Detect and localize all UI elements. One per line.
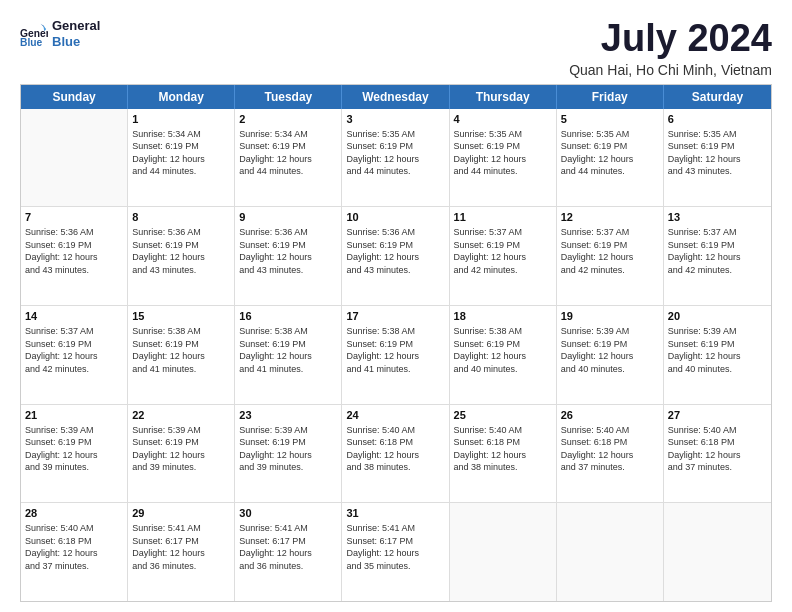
calendar-cell: 7Sunrise: 5:36 AM Sunset: 6:19 PM Daylig…: [21, 207, 128, 305]
calendar-header-cell: Thursday: [450, 85, 557, 109]
day-number: 29: [132, 506, 230, 521]
calendar-cell: 21Sunrise: 5:39 AM Sunset: 6:19 PM Dayli…: [21, 405, 128, 503]
day-info: Sunrise: 5:36 AM Sunset: 6:19 PM Dayligh…: [25, 226, 123, 276]
day-number: 1: [132, 112, 230, 127]
calendar-cell: [21, 109, 128, 207]
calendar-cell: [450, 503, 557, 601]
calendar-cell: 18Sunrise: 5:38 AM Sunset: 6:19 PM Dayli…: [450, 306, 557, 404]
day-info: Sunrise: 5:35 AM Sunset: 6:19 PM Dayligh…: [561, 128, 659, 178]
day-info: Sunrise: 5:36 AM Sunset: 6:19 PM Dayligh…: [132, 226, 230, 276]
day-info: Sunrise: 5:37 AM Sunset: 6:19 PM Dayligh…: [454, 226, 552, 276]
calendar-cell: 19Sunrise: 5:39 AM Sunset: 6:19 PM Dayli…: [557, 306, 664, 404]
calendar-cell: 15Sunrise: 5:38 AM Sunset: 6:19 PM Dayli…: [128, 306, 235, 404]
day-info: Sunrise: 5:41 AM Sunset: 6:17 PM Dayligh…: [132, 522, 230, 572]
day-number: 12: [561, 210, 659, 225]
day-info: Sunrise: 5:39 AM Sunset: 6:19 PM Dayligh…: [239, 424, 337, 474]
day-info: Sunrise: 5:35 AM Sunset: 6:19 PM Dayligh…: [454, 128, 552, 178]
day-number: 10: [346, 210, 444, 225]
day-info: Sunrise: 5:38 AM Sunset: 6:19 PM Dayligh…: [239, 325, 337, 375]
calendar-cell: 4Sunrise: 5:35 AM Sunset: 6:19 PM Daylig…: [450, 109, 557, 207]
calendar-cell: 5Sunrise: 5:35 AM Sunset: 6:19 PM Daylig…: [557, 109, 664, 207]
day-info: Sunrise: 5:40 AM Sunset: 6:18 PM Dayligh…: [668, 424, 767, 474]
day-number: 5: [561, 112, 659, 127]
logo: General Blue General Blue: [20, 18, 100, 49]
day-number: 23: [239, 408, 337, 423]
day-info: Sunrise: 5:39 AM Sunset: 6:19 PM Dayligh…: [25, 424, 123, 474]
day-number: 27: [668, 408, 767, 423]
day-number: 14: [25, 309, 123, 324]
day-info: Sunrise: 5:35 AM Sunset: 6:19 PM Dayligh…: [668, 128, 767, 178]
day-number: 30: [239, 506, 337, 521]
calendar-row: 21Sunrise: 5:39 AM Sunset: 6:19 PM Dayli…: [21, 405, 771, 504]
day-number: 20: [668, 309, 767, 324]
day-info: Sunrise: 5:37 AM Sunset: 6:19 PM Dayligh…: [25, 325, 123, 375]
logo-line1: General: [52, 18, 100, 34]
day-number: 15: [132, 309, 230, 324]
day-info: Sunrise: 5:40 AM Sunset: 6:18 PM Dayligh…: [561, 424, 659, 474]
calendar-cell: 27Sunrise: 5:40 AM Sunset: 6:18 PM Dayli…: [664, 405, 771, 503]
calendar-cell: [557, 503, 664, 601]
calendar-cell: 1Sunrise: 5:34 AM Sunset: 6:19 PM Daylig…: [128, 109, 235, 207]
day-number: 3: [346, 112, 444, 127]
day-number: 28: [25, 506, 123, 521]
day-info: Sunrise: 5:34 AM Sunset: 6:19 PM Dayligh…: [132, 128, 230, 178]
calendar-header-cell: Friday: [557, 85, 664, 109]
subtitle: Quan Hai, Ho Chi Minh, Vietnam: [569, 62, 772, 78]
day-info: Sunrise: 5:40 AM Sunset: 6:18 PM Dayligh…: [25, 522, 123, 572]
day-info: Sunrise: 5:39 AM Sunset: 6:19 PM Dayligh…: [132, 424, 230, 474]
calendar-cell: 28Sunrise: 5:40 AM Sunset: 6:18 PM Dayli…: [21, 503, 128, 601]
calendar-header-cell: Tuesday: [235, 85, 342, 109]
calendar-row: 14Sunrise: 5:37 AM Sunset: 6:19 PM Dayli…: [21, 306, 771, 405]
day-info: Sunrise: 5:41 AM Sunset: 6:17 PM Dayligh…: [239, 522, 337, 572]
day-number: 11: [454, 210, 552, 225]
day-number: 22: [132, 408, 230, 423]
day-info: Sunrise: 5:36 AM Sunset: 6:19 PM Dayligh…: [239, 226, 337, 276]
calendar-cell: 24Sunrise: 5:40 AM Sunset: 6:18 PM Dayli…: [342, 405, 449, 503]
day-info: Sunrise: 5:37 AM Sunset: 6:19 PM Dayligh…: [668, 226, 767, 276]
day-number: 31: [346, 506, 444, 521]
main-title: July 2024: [569, 18, 772, 60]
day-info: Sunrise: 5:38 AM Sunset: 6:19 PM Dayligh…: [132, 325, 230, 375]
calendar-cell: [664, 503, 771, 601]
day-info: Sunrise: 5:40 AM Sunset: 6:18 PM Dayligh…: [346, 424, 444, 474]
calendar-cell: 16Sunrise: 5:38 AM Sunset: 6:19 PM Dayli…: [235, 306, 342, 404]
calendar-cell: 25Sunrise: 5:40 AM Sunset: 6:18 PM Dayli…: [450, 405, 557, 503]
calendar-header-cell: Monday: [128, 85, 235, 109]
day-info: Sunrise: 5:38 AM Sunset: 6:19 PM Dayligh…: [346, 325, 444, 375]
calendar-cell: 29Sunrise: 5:41 AM Sunset: 6:17 PM Dayli…: [128, 503, 235, 601]
calendar-cell: 9Sunrise: 5:36 AM Sunset: 6:19 PM Daylig…: [235, 207, 342, 305]
calendar-cell: 3Sunrise: 5:35 AM Sunset: 6:19 PM Daylig…: [342, 109, 449, 207]
calendar-cell: 26Sunrise: 5:40 AM Sunset: 6:18 PM Dayli…: [557, 405, 664, 503]
day-info: Sunrise: 5:39 AM Sunset: 6:19 PM Dayligh…: [668, 325, 767, 375]
day-number: 21: [25, 408, 123, 423]
calendar-row: 1Sunrise: 5:34 AM Sunset: 6:19 PM Daylig…: [21, 109, 771, 208]
calendar-cell: 6Sunrise: 5:35 AM Sunset: 6:19 PM Daylig…: [664, 109, 771, 207]
day-number: 2: [239, 112, 337, 127]
day-info: Sunrise: 5:36 AM Sunset: 6:19 PM Dayligh…: [346, 226, 444, 276]
calendar-cell: 2Sunrise: 5:34 AM Sunset: 6:19 PM Daylig…: [235, 109, 342, 207]
calendar-row: 7Sunrise: 5:36 AM Sunset: 6:19 PM Daylig…: [21, 207, 771, 306]
day-number: 16: [239, 309, 337, 324]
day-number: 7: [25, 210, 123, 225]
svg-text:Blue: Blue: [20, 37, 43, 48]
day-info: Sunrise: 5:34 AM Sunset: 6:19 PM Dayligh…: [239, 128, 337, 178]
day-info: Sunrise: 5:38 AM Sunset: 6:19 PM Dayligh…: [454, 325, 552, 375]
calendar-cell: 12Sunrise: 5:37 AM Sunset: 6:19 PM Dayli…: [557, 207, 664, 305]
day-number: 9: [239, 210, 337, 225]
calendar-cell: 8Sunrise: 5:36 AM Sunset: 6:19 PM Daylig…: [128, 207, 235, 305]
day-number: 4: [454, 112, 552, 127]
day-number: 25: [454, 408, 552, 423]
calendar-header-cell: Saturday: [664, 85, 771, 109]
calendar-cell: 14Sunrise: 5:37 AM Sunset: 6:19 PM Dayli…: [21, 306, 128, 404]
calendar: SundayMondayTuesdayWednesdayThursdayFrid…: [20, 84, 772, 602]
day-number: 17: [346, 309, 444, 324]
title-block: July 2024 Quan Hai, Ho Chi Minh, Vietnam: [569, 18, 772, 78]
calendar-cell: 20Sunrise: 5:39 AM Sunset: 6:19 PM Dayli…: [664, 306, 771, 404]
calendar-cell: 17Sunrise: 5:38 AM Sunset: 6:19 PM Dayli…: [342, 306, 449, 404]
day-number: 19: [561, 309, 659, 324]
day-info: Sunrise: 5:39 AM Sunset: 6:19 PM Dayligh…: [561, 325, 659, 375]
day-info: Sunrise: 5:35 AM Sunset: 6:19 PM Dayligh…: [346, 128, 444, 178]
calendar-row: 28Sunrise: 5:40 AM Sunset: 6:18 PM Dayli…: [21, 503, 771, 601]
day-number: 8: [132, 210, 230, 225]
calendar-header: SundayMondayTuesdayWednesdayThursdayFrid…: [21, 85, 771, 109]
